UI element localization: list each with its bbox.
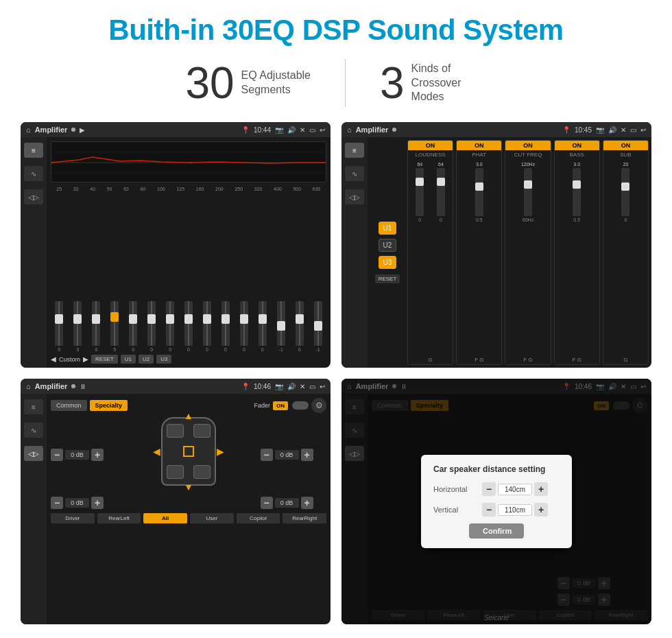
speaker-icon[interactable]: ◁▷ [24, 189, 43, 204]
h-value: 140cm [498, 484, 532, 495]
eq-track-1[interactable] [55, 301, 63, 346]
stats-row: 30 EQ Adjustable Segments 3 Kinds of Cro… [21, 59, 651, 107]
screen3-fader: ⌂ Amplifier ⏸ 📍 10:46 📷 🔊 ✕ ▭ ↩ ≡ ∿ ◁▷ [21, 379, 331, 624]
vol-icon3[interactable]: 🔊 [287, 383, 296, 390]
u2-btn[interactable]: U2 [139, 355, 154, 364]
wave-icon[interactable]: ∿ [24, 166, 43, 181]
x-icon2[interactable]: ✕ [621, 126, 626, 134]
user-btn[interactable]: User [190, 513, 234, 523]
on-toggle[interactable]: ON [273, 401, 288, 410]
dialog-title: Car speaker distance setting [433, 464, 560, 474]
db-minus-fr[interactable]: − [261, 449, 273, 461]
channel-cutfreq: ON CUT FREQ 120Hz 60Hz F G [505, 140, 551, 365]
db-plus-fl[interactable]: + [91, 449, 104, 461]
eq-label-250: 250 [235, 187, 243, 191]
camera-icon[interactable]: 📷 [275, 126, 283, 134]
db-plus-rr[interactable]: + [301, 497, 313, 509]
window-icon[interactable]: ▭ [309, 126, 315, 134]
cam-icon3[interactable]: 📷 [275, 383, 283, 390]
db-minus-rl[interactable]: − [51, 497, 63, 509]
db-minus-rr[interactable]: − [261, 497, 273, 509]
all-btn[interactable]: All [143, 513, 187, 523]
left-arrow[interactable]: ◀ [153, 446, 160, 457]
loudness-body: 64 0 64 0 [408, 159, 453, 355]
h-plus-btn[interactable]: + [534, 482, 548, 496]
screen2-topbar: ⌂ Amplifier 📍 10:45 📷 🔊 ✕ ▭ ↩ [341, 122, 651, 137]
db-val-rl: 0 dB [65, 498, 89, 508]
u1-btn2[interactable]: U1 [379, 222, 397, 235]
loudness-on[interactable]: ON [408, 141, 453, 150]
bass-on[interactable]: ON [555, 141, 599, 150]
back-icon[interactable]: ↩ [320, 126, 325, 134]
prev-btn[interactable]: ◀ [51, 355, 56, 363]
v-minus-btn[interactable]: − [482, 503, 496, 517]
win-icon2[interactable]: ▭ [630, 126, 636, 134]
rearleft-btn[interactable]: RearLeft [97, 513, 141, 523]
up-arrow[interactable]: ▲ [184, 410, 193, 421]
reset-btn[interactable]: RESET [91, 355, 118, 364]
reset-btn2[interactable]: RESET [375, 274, 400, 283]
home-icon2[interactable]: ⌂ [347, 126, 352, 134]
eq-slider-12: 0 [254, 301, 271, 352]
wave-icon2[interactable]: ∿ [345, 166, 364, 181]
x-icon3[interactable]: ✕ [300, 383, 305, 390]
eq-icon2[interactable]: ≡ [345, 143, 364, 158]
driver-btn[interactable]: Driver [51, 513, 95, 523]
eq-icon3[interactable]: ≡ [24, 399, 43, 414]
u3-btn[interactable]: U3 [156, 355, 171, 364]
toggle-bar[interactable] [292, 401, 309, 410]
eq-icon[interactable]: ≡ [24, 143, 43, 158]
page-wrapper: Buith-in 30EQ DSP Sound System 30 EQ Adj… [0, 0, 672, 638]
db-plus-fr[interactable]: + [301, 449, 313, 461]
u2-btn2[interactable]: U2 [379, 239, 397, 252]
copilot-btn[interactable]: Copilot [237, 513, 280, 523]
rearright-btn[interactable]: RearRight [283, 513, 326, 523]
db-val-fr: 0 dB [275, 450, 299, 460]
screen3-content: ≡ ∿ ◁▷ Common Specialty Fader ON ⚙ [21, 394, 331, 624]
confirm-button[interactable]: Confirm [469, 523, 524, 539]
home-icon3[interactable]: ⌂ [26, 382, 31, 390]
win-icon3[interactable]: ▭ [309, 383, 315, 390]
bass-body: 3.0 0.5 [555, 159, 599, 355]
common-tab[interactable]: Common [51, 400, 87, 411]
close-icon[interactable]: ✕ [300, 126, 305, 134]
home-icon[interactable]: ⌂ [26, 126, 31, 134]
u3-btn2[interactable]: U3 [379, 256, 397, 269]
down-arrow[interactable]: ▼ [184, 482, 193, 493]
u1-btn[interactable]: U1 [121, 355, 136, 364]
vol-icon2[interactable]: 🔊 [608, 126, 616, 134]
eq-slider-10: 0 [217, 301, 234, 352]
db-minus-fl[interactable]: − [51, 449, 63, 461]
speaker-icon2[interactable]: ◁▷ [345, 189, 364, 204]
eq-graph [51, 141, 326, 182]
channel-bass: ON BASS 3.0 0.5 F G [554, 140, 600, 365]
pause-icon3[interactable]: ⏸ [80, 383, 86, 390]
play-icon[interactable]: ▶ [80, 126, 85, 134]
specialty-tab[interactable]: Specialty [90, 400, 128, 411]
channel-phat: ON PHAT 3.0 0.5 F G [456, 140, 502, 365]
stat2-desc: Kinds of Crossover Modes [411, 62, 487, 104]
wave-icon3[interactable]: ∿ [24, 423, 43, 438]
eq-label-200: 200 [215, 187, 224, 191]
sub-body: 20 0 [603, 159, 648, 355]
stat2: 3 Kinds of Crossover Modes [346, 61, 521, 105]
eq-slider-6: 0 [143, 301, 160, 352]
settings-btn[interactable]: ⚙ [311, 398, 326, 413]
right-arrow[interactable]: ▶ [217, 446, 224, 457]
phat-on[interactable]: ON [457, 141, 501, 150]
back-icon3[interactable]: ↩ [320, 383, 325, 390]
eq-sliders-row: 0 0 0 5 [51, 194, 326, 352]
back-icon2[interactable]: ↩ [640, 126, 646, 134]
cam-icon2[interactable]: 📷 [596, 126, 604, 134]
speaker-icon3[interactable]: ◁▷ [24, 446, 43, 461]
db-plus-rl[interactable]: + [91, 497, 104, 509]
dialog-horizontal-row: Horizontal − 140cm + [433, 482, 560, 496]
volume-icon[interactable]: 🔊 [287, 126, 296, 134]
eq-main: 25 32 40 50 63 80 100 125 160 200 250 32… [47, 137, 331, 368]
h-minus-btn[interactable]: − [482, 482, 496, 496]
next-btn[interactable]: ▶ [83, 355, 88, 363]
cutfreq-on[interactable]: ON [505, 141, 550, 150]
v-plus-btn[interactable]: + [534, 503, 548, 517]
db-control-fl: − 0 dB + [51, 449, 117, 461]
sub-on[interactable]: ON [603, 141, 648, 150]
